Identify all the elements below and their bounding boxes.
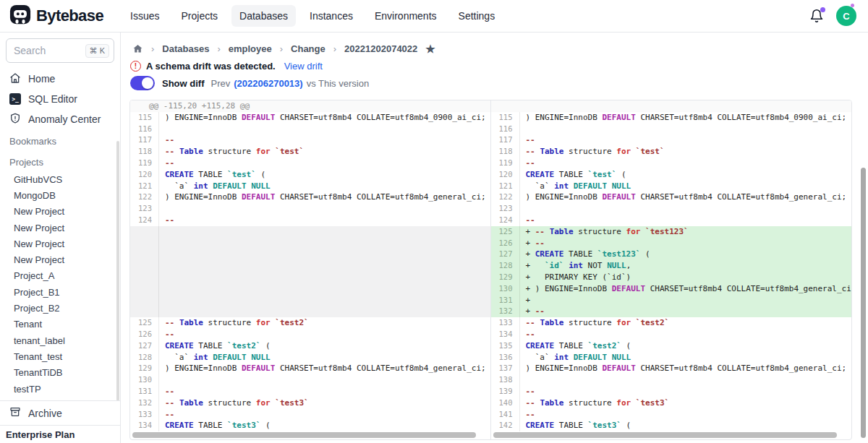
code-line: ) ENGINE=InnoDB DEFAULT CHARSET=utf8mb4 … [520,192,852,203]
diff-row: 121 `a` int DEFAULT NULL [130,181,490,192]
diff-row: 121 `a` int DEFAULT NULL [491,181,852,192]
code-line: -- [520,329,852,340]
brand[interactable]: Bytebase [0,4,103,28]
nav-item-databases[interactable]: Databases [231,5,296,27]
view-drift-link[interactable]: View drift [284,61,323,72]
page-vertical-scrollbar[interactable] [861,168,866,438]
show-diff-toggle[interactable] [130,76,155,90]
sidebar-item-label: Anomaly Center [28,113,101,125]
nav-item-settings[interactable]: Settings [451,5,503,27]
brand-name: Bytebase [36,7,103,25]
code-line: -- Table structure for `test3` [159,397,490,409]
code-line: -- [159,215,490,226]
code-line: `a` int DEFAULT NULL [520,352,852,364]
sidebar-project-item[interactable]: tenant_label [0,332,120,348]
code-line: CREATE TABLE `test2` ( [520,340,852,352]
show-diff-label: Show diff [162,78,205,89]
sidebar-bottom: Archive Enterprise Plan [0,400,120,443]
notifications-button[interactable] [809,9,824,23]
sidebar-item-sql-editor[interactable]: >_ SQL Editor [0,89,120,109]
user-avatar[interactable]: C [836,6,856,26]
section-label-projects[interactable]: Projects [0,150,120,171]
sidebar-project-item[interactable]: Project_A [0,268,120,284]
line-number: 115 [491,112,520,124]
line-number: 131 [491,295,520,306]
top-bar: Bytebase IssuesProjectsDatabasesInstance… [0,0,868,33]
search-box[interactable]: ⌘ K [6,38,114,63]
sidebar-project-item[interactable]: Project_B2 [0,300,120,316]
diff-container: @@ -115,20 +115,28 @@115) ENGINE=InnoDB … [129,100,852,440]
code-line: + CREATE TABLE `test123` ( [520,249,852,260]
sidebar-project-item[interactable]: Tenant_test [0,348,120,364]
sidebar-item-archive[interactable]: Archive [0,400,120,425]
code-line: ) ENGINE=InnoDB DEFAULT CHARSET=utf8mb4 … [520,112,852,124]
diff-horizontal-scrollbar[interactable] [132,432,487,438]
code-line: CREATE TABLE `test` ( [159,169,490,181]
hunk-header: @@ -115,20 +115,28 @@ [130,100,490,112]
diff-row: 137) ENGINE=InnoDB DEFAULT CHARSET=utf8m… [491,363,852,374]
toggle-knob [142,77,153,89]
diff-row: 127+ CREATE TABLE `test123` ( [491,249,852,260]
nav-item-projects[interactable]: Projects [174,5,226,27]
breadcrumb: › Databases › employee › Change › 202212… [132,43,435,54]
search-shortcut-badge: ⌘ K [85,44,109,58]
breadcrumb-separator: › [217,43,220,54]
code-line: + `id` int NOT NULL, [520,260,852,272]
code-line [159,374,490,386]
nav-item-issues[interactable]: Issues [122,5,167,27]
section-label-bookmarks[interactable]: Bookmarks [0,129,120,150]
sidebar-scrollbar[interactable] [116,141,119,401]
line-number: 137 [491,363,520,374]
alert-message: A schema drift was detected. [146,61,276,72]
breadcrumb-item-change[interactable]: Change [291,43,326,54]
diff-row: 117-- [130,134,490,146]
breadcrumb-item-databases[interactable]: Databases [162,43,209,54]
diff-horizontal-scrollbar[interactable] [493,432,848,438]
sidebar-project-item[interactable]: MongoDB [0,187,120,203]
line-number: 141 [491,409,520,421]
line-number: 123 [130,203,159,215]
line-number: 116 [491,124,520,135]
scrollbar-thumb[interactable] [493,432,838,438]
sidebar-project-item[interactable]: New Project [0,236,120,251]
sidebar-project-item[interactable]: New Project [0,251,120,267]
diff-row: 119-- [130,158,490,169]
diff-row: 130+ ) ENGINE=InnoDB DEFAULT CHARSET=utf… [491,283,852,295]
avatar-letter: C [843,11,849,22]
breadcrumb-home-icon[interactable] [132,43,143,54]
diff-row: 115) ENGINE=InnoDB DEFAULT CHARSET=utf8m… [130,112,490,124]
diff-row: 124-- [491,215,852,226]
sidebar-item-anomaly-center[interactable]: Anomaly Center [0,109,120,129]
nav-item-instances[interactable]: Instances [302,5,361,27]
scrollbar-thumb[interactable] [132,432,476,438]
sidebar-item-home[interactable]: Home [0,69,120,89]
bytebase-logo-icon [9,4,31,28]
breadcrumb-separator: › [151,43,154,54]
sidebar-project-item[interactable]: Project_B1 [0,284,120,300]
breadcrumb-item-employee[interactable]: employee [229,43,272,54]
breadcrumb-item-version[interactable]: 20221202074022 [344,43,417,54]
diff-row: 130 [130,374,490,386]
line-number: 136 [491,352,520,364]
sidebar-project-item[interactable]: Tenant [0,317,120,332]
code-line: + -- [520,306,852,317]
line-number: 133 [130,409,159,421]
sidebar-project-item[interactable]: New Project [0,220,120,236]
line-number: 129 [130,363,159,374]
hunk-header [491,100,852,112]
line-number: 123 [491,203,520,215]
sidebar-project-item[interactable]: New Project [0,204,120,220]
home-icon [9,72,21,86]
code-line: -- [159,409,490,421]
sidebar-item-label: Archive [28,408,62,419]
nav-item-environments[interactable]: Environments [367,5,445,27]
sidebar-project-item[interactable]: TenantTiDB [0,365,120,381]
sidebar-project-item[interactable]: testTP [0,381,120,397]
line-number: 127 [130,340,159,352]
favorite-star-icon[interactable]: ★ [425,43,435,54]
prev-version-link[interactable]: (202206270013) [234,78,302,89]
sidebar-project-item[interactable]: GitHubVCS [0,171,120,187]
vs-label: vs This version [307,78,369,89]
search-input[interactable] [14,45,76,56]
diff-pane-left: @@ -115,20 +115,28 @@115) ENGINE=InnoDB … [130,100,491,439]
